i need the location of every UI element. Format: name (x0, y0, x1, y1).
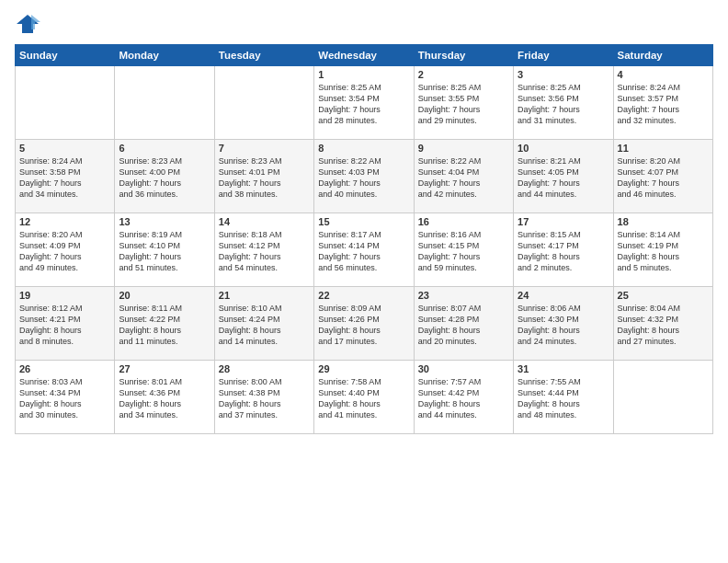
day-number: 26 (19, 363, 110, 374)
calendar-cell: 13Sunrise: 8:19 AM Sunset: 4:10 PM Dayli… (115, 213, 214, 287)
calendar-cell: 17Sunrise: 8:15 AM Sunset: 4:17 PM Dayli… (514, 213, 613, 287)
calendar-cell: 15Sunrise: 8:17 AM Sunset: 4:14 PM Dayli… (314, 213, 414, 287)
day-info: Sunrise: 8:22 AM Sunset: 4:04 PM Dayligh… (418, 155, 509, 201)
calendar-cell: 29Sunrise: 7:58 AM Sunset: 4:40 PM Dayli… (314, 361, 414, 434)
day-info: Sunrise: 8:25 AM Sunset: 3:55 PM Dayligh… (418, 82, 509, 127)
calendar-row: 5Sunrise: 8:24 AM Sunset: 3:58 PM Daylig… (16, 140, 713, 213)
weekday-header: Sunday (16, 45, 115, 66)
calendar-cell: 4Sunrise: 8:24 AM Sunset: 3:57 PM Daylig… (613, 66, 712, 140)
svg-marker-1 (31, 15, 40, 29)
calendar-cell: 6Sunrise: 8:23 AM Sunset: 4:00 PM Daylig… (115, 140, 214, 213)
day-info: Sunrise: 8:22 AM Sunset: 4:03 PM Dayligh… (318, 155, 409, 201)
day-number: 21 (219, 290, 310, 301)
day-info: Sunrise: 8:10 AM Sunset: 4:24 PM Dayligh… (219, 303, 310, 348)
day-info: Sunrise: 8:16 AM Sunset: 4:15 PM Dayligh… (418, 229, 509, 274)
day-info: Sunrise: 7:58 AM Sunset: 4:40 PM Dayligh… (318, 376, 409, 421)
svg-marker-0 (17, 15, 39, 33)
day-info: Sunrise: 8:25 AM Sunset: 3:56 PM Dayligh… (518, 82, 609, 127)
calendar-cell: 11Sunrise: 8:20 AM Sunset: 4:07 PM Dayli… (613, 140, 712, 213)
day-number: 28 (219, 363, 310, 374)
calendar-cell: 9Sunrise: 8:22 AM Sunset: 4:04 PM Daylig… (414, 140, 513, 213)
calendar-cell: 20Sunrise: 8:11 AM Sunset: 4:22 PM Dayli… (115, 287, 214, 361)
day-info: Sunrise: 7:55 AM Sunset: 4:44 PM Dayligh… (518, 376, 609, 421)
calendar-cell (214, 66, 313, 140)
day-number: 23 (418, 290, 509, 301)
day-info: Sunrise: 7:57 AM Sunset: 4:42 PM Dayligh… (418, 376, 509, 421)
calendar-cell: 12Sunrise: 8:20 AM Sunset: 4:09 PM Dayli… (16, 213, 115, 287)
day-number: 24 (518, 290, 609, 301)
day-info: Sunrise: 8:15 AM Sunset: 4:17 PM Dayligh… (518, 229, 609, 274)
calendar-row: 19Sunrise: 8:12 AM Sunset: 4:21 PM Dayli… (16, 287, 713, 361)
day-info: Sunrise: 8:11 AM Sunset: 4:22 PM Dayligh… (119, 303, 210, 348)
calendar-row: 26Sunrise: 8:03 AM Sunset: 4:34 PM Dayli… (16, 361, 713, 434)
day-info: Sunrise: 8:03 AM Sunset: 4:34 PM Dayligh… (19, 376, 110, 421)
calendar-cell: 14Sunrise: 8:18 AM Sunset: 4:12 PM Dayli… (214, 213, 313, 287)
day-info: Sunrise: 8:12 AM Sunset: 4:21 PM Dayligh… (19, 303, 110, 348)
day-info: Sunrise: 8:21 AM Sunset: 4:05 PM Dayligh… (518, 155, 609, 201)
calendar-row: 12Sunrise: 8:20 AM Sunset: 4:09 PM Dayli… (16, 213, 713, 287)
day-info: Sunrise: 8:20 AM Sunset: 4:07 PM Dayligh… (618, 155, 709, 201)
day-number: 7 (219, 143, 310, 154)
day-info: Sunrise: 8:24 AM Sunset: 3:58 PM Dayligh… (19, 155, 110, 201)
day-number: 15 (318, 216, 409, 227)
day-number: 4 (618, 69, 709, 80)
day-info: Sunrise: 8:04 AM Sunset: 4:32 PM Dayligh… (618, 303, 709, 348)
header (15, 11, 713, 37)
day-number: 29 (318, 363, 409, 374)
day-info: Sunrise: 8:23 AM Sunset: 4:00 PM Dayligh… (119, 155, 210, 201)
day-number: 19 (19, 290, 110, 301)
day-number: 11 (618, 143, 709, 154)
weekday-header: Friday (514, 45, 613, 66)
calendar-cell: 25Sunrise: 8:04 AM Sunset: 4:32 PM Dayli… (613, 287, 712, 361)
weekday-header: Thursday (414, 45, 513, 66)
day-number: 31 (518, 363, 609, 374)
calendar-cell: 5Sunrise: 8:24 AM Sunset: 3:58 PM Daylig… (16, 140, 115, 213)
day-number: 5 (19, 143, 110, 154)
day-number: 13 (119, 216, 210, 227)
logo (15, 11, 44, 37)
day-info: Sunrise: 8:19 AM Sunset: 4:10 PM Dayligh… (119, 229, 210, 274)
day-info: Sunrise: 8:07 AM Sunset: 4:28 PM Dayligh… (418, 303, 509, 348)
day-info: Sunrise: 8:25 AM Sunset: 3:54 PM Dayligh… (318, 82, 409, 127)
day-info: Sunrise: 8:20 AM Sunset: 4:09 PM Dayligh… (19, 229, 110, 274)
day-info: Sunrise: 8:14 AM Sunset: 4:19 PM Dayligh… (618, 229, 709, 274)
day-number: 27 (119, 363, 210, 374)
calendar-cell (115, 66, 214, 140)
day-number: 6 (119, 143, 210, 154)
day-number: 3 (518, 69, 609, 80)
day-number: 16 (418, 216, 509, 227)
calendar-cell: 30Sunrise: 7:57 AM Sunset: 4:42 PM Dayli… (414, 361, 513, 434)
day-number: 14 (219, 216, 310, 227)
day-info: Sunrise: 8:01 AM Sunset: 4:36 PM Dayligh… (119, 376, 210, 421)
calendar-cell: 24Sunrise: 8:06 AM Sunset: 4:30 PM Dayli… (514, 287, 613, 361)
day-info: Sunrise: 8:24 AM Sunset: 3:57 PM Dayligh… (618, 82, 709, 127)
calendar-row: 1Sunrise: 8:25 AM Sunset: 3:54 PM Daylig… (16, 66, 713, 140)
weekday-header: Monday (115, 45, 214, 66)
weekday-header-row: SundayMondayTuesdayWednesdayThursdayFrid… (16, 45, 713, 66)
logo-icon (15, 11, 40, 37)
calendar-cell: 10Sunrise: 8:21 AM Sunset: 4:05 PM Dayli… (514, 140, 613, 213)
calendar-cell: 1Sunrise: 8:25 AM Sunset: 3:54 PM Daylig… (314, 66, 414, 140)
calendar-cell: 21Sunrise: 8:10 AM Sunset: 4:24 PM Dayli… (214, 287, 313, 361)
day-number: 30 (418, 363, 509, 374)
calendar-cell: 28Sunrise: 8:00 AM Sunset: 4:38 PM Dayli… (214, 361, 313, 434)
calendar-cell: 3Sunrise: 8:25 AM Sunset: 3:56 PM Daylig… (514, 66, 613, 140)
day-number: 17 (518, 216, 609, 227)
day-info: Sunrise: 8:17 AM Sunset: 4:14 PM Dayligh… (318, 229, 409, 274)
calendar-cell: 18Sunrise: 8:14 AM Sunset: 4:19 PM Dayli… (613, 213, 712, 287)
calendar-cell: 19Sunrise: 8:12 AM Sunset: 4:21 PM Dayli… (16, 287, 115, 361)
calendar-cell: 27Sunrise: 8:01 AM Sunset: 4:36 PM Dayli… (115, 361, 214, 434)
day-info: Sunrise: 8:06 AM Sunset: 4:30 PM Dayligh… (518, 303, 609, 348)
calendar-cell (16, 66, 115, 140)
weekday-header: Wednesday (314, 45, 414, 66)
day-number: 8 (318, 143, 409, 154)
day-number: 10 (518, 143, 609, 154)
day-info: Sunrise: 8:09 AM Sunset: 4:26 PM Dayligh… (318, 303, 409, 348)
calendar-cell: 22Sunrise: 8:09 AM Sunset: 4:26 PM Dayli… (314, 287, 414, 361)
calendar-table: SundayMondayTuesdayWednesdayThursdayFrid… (15, 44, 713, 434)
calendar-cell: 2Sunrise: 8:25 AM Sunset: 3:55 PM Daylig… (414, 66, 513, 140)
calendar-cell: 8Sunrise: 8:22 AM Sunset: 4:03 PM Daylig… (314, 140, 414, 213)
calendar-page: SundayMondayTuesdayWednesdayThursdayFrid… (0, 0, 728, 563)
day-number: 9 (418, 143, 509, 154)
calendar-cell (613, 361, 712, 434)
